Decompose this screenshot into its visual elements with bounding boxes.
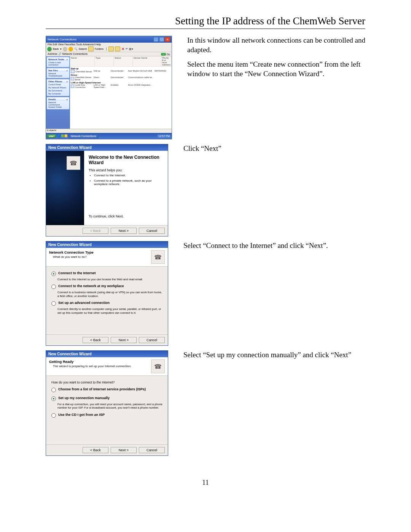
wizard-text: This wizard helps you: bbox=[89, 168, 163, 172]
radio-icon[interactable] bbox=[51, 388, 56, 392]
wizard-heading: Network Connection Type bbox=[49, 250, 93, 254]
wizard-subheading: The wizard is preparing to set up your I… bbox=[53, 364, 151, 368]
table-row[interactable]: ChemWeb Server Dial-up Disconnected Aver… bbox=[70, 70, 172, 73]
address-value[interactable]: Network Connections bbox=[62, 53, 88, 55]
radio-description: Connect to the Internet so you can brows… bbox=[57, 278, 162, 281]
radio-icon[interactable] bbox=[51, 413, 56, 418]
group-direct: Direct bbox=[70, 73, 172, 76]
sidebar-item-troubleshooter[interactable]: Network Troubleshooter bbox=[48, 72, 68, 77]
screenshot-wizard-welcome: New Connection Wizard ☎ Welcome to the N… bbox=[46, 144, 168, 236]
radio-icon[interactable] bbox=[51, 396, 56, 401]
radio-option[interactable]: Choose from a list of Internet service p… bbox=[51, 387, 162, 392]
go-label[interactable]: Go bbox=[167, 53, 170, 56]
group-lan: LAN or High-Speed Internet bbox=[70, 81, 172, 84]
close-button[interactable]: × bbox=[165, 37, 170, 42]
radio-label: Use the CD I got from an ISP bbox=[58, 413, 105, 417]
delete-icon[interactable]: ✕ bbox=[121, 47, 124, 51]
radio-option[interactable]: Use the CD I got from an ISP bbox=[51, 413, 162, 418]
sidebar-item-create-connection[interactable]: Create a new connection bbox=[48, 61, 68, 66]
heading-rule bbox=[46, 29, 365, 29]
wizard-question: How do you want to connect to the Intern… bbox=[51, 380, 162, 384]
radio-description: For a dial-up connection, you will need … bbox=[57, 403, 162, 410]
toolbar[interactable]: Back ▾ 🔍Search Folders │ ✕ ↶ ▥▾ bbox=[46, 46, 172, 52]
views-icon[interactable]: ▥▾ bbox=[129, 48, 133, 51]
radio-label: Choose from a list of Internet service p… bbox=[58, 387, 146, 391]
side-details-text: Network Connections System Folder bbox=[48, 101, 68, 109]
side-tasks-header: Network Tasks bbox=[48, 58, 64, 61]
tool-icon-2[interactable] bbox=[115, 46, 120, 51]
page-number: 11 bbox=[46, 479, 365, 487]
tool-icon-1[interactable] bbox=[108, 46, 114, 51]
folders-label[interactable]: Folders bbox=[95, 48, 104, 50]
side-other-header: Other Places bbox=[48, 80, 62, 83]
sidebar-item-control-panel[interactable]: Control Panel bbox=[48, 83, 68, 86]
status-bar: 6 objects bbox=[46, 129, 172, 133]
radio-option[interactable]: Connect to the Internet bbox=[51, 271, 162, 276]
group-dialup: Dial-up bbox=[70, 67, 172, 70]
back-button: < Back bbox=[83, 228, 108, 234]
sidebar-item-documents[interactable]: My Documents bbox=[48, 89, 68, 92]
back-label[interactable]: Back bbox=[53, 48, 59, 50]
wizard-icon: ☎ bbox=[151, 250, 165, 264]
next-button[interactable]: Next > bbox=[111, 337, 137, 343]
wizard-subheading: What do you want to do? bbox=[53, 255, 151, 259]
minimize-button[interactable]: _ bbox=[153, 37, 159, 42]
taskbar[interactable]: start 🟦🟩🟨 Network Connections 12:57 PM bbox=[46, 133, 172, 139]
instruction-text: Select the menu item “Create new connect… bbox=[187, 60, 365, 78]
taskbar-clock: 12:57 PM bbox=[157, 134, 171, 138]
undo-icon[interactable]: ↶ bbox=[126, 48, 128, 51]
wizard-heading: Welcome to the New Connection Wizard bbox=[89, 155, 163, 165]
menubar[interactable]: File Edit View Favorites Tools Advanced … bbox=[46, 43, 172, 46]
next-button[interactable]: Next > bbox=[111, 228, 137, 234]
wizard-continue-text: To continue, click Next. bbox=[89, 214, 163, 218]
taskbar-app[interactable]: Network Connections bbox=[69, 134, 98, 138]
dialog-title: New Connection Wizard bbox=[46, 144, 168, 151]
radio-icon[interactable] bbox=[51, 272, 56, 276]
task-pane: Network Tasks» Create a new connection S… bbox=[46, 56, 70, 129]
instruction-text: Select “Set up my connection manually” a… bbox=[183, 350, 365, 360]
dialog-title: New Connection Wizard bbox=[46, 241, 168, 248]
radio-icon[interactable] bbox=[51, 301, 56, 306]
sidebar-item-network-places[interactable]: My Network Places bbox=[48, 86, 68, 89]
wizard-bullet: Connect to a private network, such as yo… bbox=[94, 179, 163, 186]
address-label: Address bbox=[48, 53, 57, 55]
back-icon[interactable] bbox=[47, 47, 52, 51]
next-button[interactable]: Next > bbox=[111, 447, 137, 453]
page-title: Setting the IP address of the ChemWeb Se… bbox=[175, 15, 365, 27]
instruction-text: In this window all network connections c… bbox=[187, 36, 365, 54]
table-row[interactable]: Local Area Connection LAN or High-Speed … bbox=[70, 84, 172, 88]
radio-option[interactable]: Set up an advanced connection bbox=[51, 301, 162, 306]
table-row[interactable]: ChemWeb Server Serial Direct Disconnecte… bbox=[70, 76, 172, 81]
radio-option[interactable]: Connect to the network at my workplace bbox=[51, 284, 162, 289]
start-button[interactable]: start bbox=[47, 134, 56, 138]
wizard-bullet: Connect to the Internet. bbox=[94, 174, 163, 177]
back-button[interactable]: < Back bbox=[83, 337, 108, 343]
radio-option[interactable]: Set up my connection manually bbox=[51, 396, 162, 401]
cancel-button[interactable]: Cancel bbox=[139, 447, 165, 453]
wizard-icon: ☎ bbox=[151, 359, 165, 373]
screenshot-network-connections: Network Connections _ □ × File Edit View… bbox=[46, 36, 172, 139]
window-title: Network Connections bbox=[48, 38, 76, 41]
search-label[interactable]: Search bbox=[79, 48, 87, 50]
radio-icon[interactable] bbox=[51, 284, 56, 289]
screenshot-wizard-type: New Connection Wizard Network Connection… bbox=[46, 241, 168, 346]
dialog-title: New Connection Wizard bbox=[46, 351, 168, 357]
go-button[interactable]: → bbox=[161, 53, 166, 56]
up-icon[interactable] bbox=[68, 47, 73, 51]
cancel-button[interactable]: Cancel bbox=[139, 337, 165, 343]
folders-icon[interactable] bbox=[88, 46, 94, 51]
radio-label: Set up an advanced connection bbox=[58, 301, 110, 305]
maximize-button[interactable]: □ bbox=[159, 37, 164, 42]
wizard-icon: ☎ bbox=[67, 156, 80, 170]
cancel-button[interactable]: Cancel bbox=[139, 228, 165, 234]
side-details-header: Details bbox=[48, 98, 56, 101]
column-headers[interactable]: Name Type Status Device Name Phone # or … bbox=[70, 56, 172, 67]
radio-label: Connect to the Internet bbox=[58, 271, 96, 275]
forward-icon[interactable] bbox=[63, 47, 67, 51]
side-see-also-header: See Also bbox=[48, 69, 58, 72]
radio-label: Set up my connection manually bbox=[58, 396, 110, 400]
radio-description: Connect to a business network (using dia… bbox=[57, 291, 162, 298]
sidebar-item-my-computer[interactable]: My Computer bbox=[48, 92, 68, 95]
connection-icon bbox=[71, 77, 74, 80]
back-button[interactable]: < Back bbox=[83, 447, 108, 453]
